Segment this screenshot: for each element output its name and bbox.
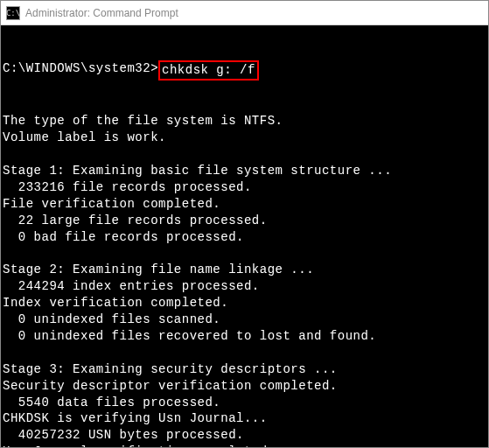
terminal-line: CHKDSK is verifying Usn Journal... [3,410,486,427]
terminal-line: 0 unindexed files recovered to lost and … [3,328,486,345]
terminal-line: 5540 data files processed. [3,395,486,411]
terminal-line: Stage 1: Examining basic file system str… [3,163,486,179]
terminal-line [3,146,486,163]
terminal-line: 0 bad file records processed. [3,229,486,246]
prompt-path: C:\WINDOWS\system32> [3,60,158,80]
terminal-line: Stage 2: Examining file name linkage ... [3,262,486,278]
terminal-line: Usn Journal verification completed. [3,444,486,447]
terminal-line: 244294 index entries processed. [3,278,486,295]
terminal-output[interactable]: C:\WINDOWS\system32>chkdsk g: /f The typ… [1,25,488,447]
terminal-line [3,345,486,361]
terminal-line: 233216 file records processed. [3,179,486,196]
command-highlight: chkdsk g: /f [158,60,259,80]
terminal-line: 40257232 USN bytes processed. [3,427,486,444]
terminal-line: Stage 3: Examining security descriptors … [3,361,486,378]
cmd-icon: C:\ [6,6,20,20]
terminal-line: Volume label is work. [3,130,486,146]
terminal-line: Index verification completed. [3,295,486,312]
window-title: Administrator: Command Prompt [25,7,178,19]
terminal-line [3,246,486,262]
window-titlebar: C:\ Administrator: Command Prompt [1,1,488,25]
terminal-line: Security descriptor verification complet… [3,378,486,395]
terminal-line: 0 unindexed files scanned. [3,312,486,328]
terminal-line: File verification completed. [3,196,486,213]
prompt-line: C:\WINDOWS\system32>chkdsk g: /f [3,60,486,80]
terminal-line: 22 large file records processed. [3,213,486,229]
terminal-line: The type of the file system is NTFS. [3,113,486,130]
output-lines: The type of the file system is NTFS.Volu… [3,113,486,447]
